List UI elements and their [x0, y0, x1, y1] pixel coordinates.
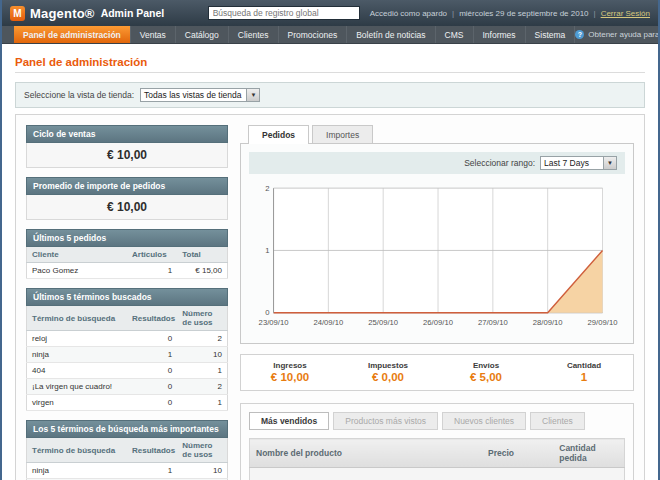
chart-tabs: Pedidos Importes — [240, 125, 634, 143]
page-content: Panel de administración Seleccione la vi… — [2, 44, 658, 480]
brand-name: Magento® — [30, 6, 95, 21]
last-search-terms-table: Término de búsquedaResultadosNúmero de u… — [26, 306, 228, 411]
title-divider — [15, 72, 645, 73]
products-table: Nombre del productoPrecioCantidad pedida… — [249, 438, 625, 480]
right-column: Pedidos Importes Seleccionar rango: Last… — [240, 125, 634, 480]
table-row: No se encontraron registros. — [250, 468, 625, 480]
panel-title: Los 5 términos de búsqueda más important… — [26, 420, 228, 438]
table-header-row: Término de búsquedaResultadosNúmero de u… — [27, 438, 228, 463]
table-row[interactable]: ¡La virgen que cuadro!02 — [27, 379, 228, 395]
column-header: Cantidad pedida — [553, 439, 624, 468]
orders-chart: 01223/09/1024/09/1025/09/1026/09/1027/09… — [249, 182, 625, 335]
stat-label: Impuestos — [339, 361, 437, 370]
table-cell: ¡La virgen que cuadro! — [27, 379, 128, 395]
store-view-select[interactable]: Todas las vistas de tienda ▼ — [140, 88, 260, 102]
global-search-input[interactable] — [208, 6, 360, 20]
chart-panel: Seleccionar rango: Last 7 Days ▼ 01223/0… — [240, 143, 634, 344]
nav-item-clientes[interactable]: Clientes — [229, 26, 279, 43]
table-row[interactable]: virgen01 — [27, 395, 228, 411]
table-row[interactable]: ninja110 — [27, 463, 228, 479]
table-row[interactable]: 40401 — [27, 363, 228, 379]
store-view-bar: Seleccione la vista de tienda: Todas las… — [15, 82, 645, 108]
range-select[interactable]: Last 7 Days ▼ — [540, 156, 617, 170]
nav-item-boletin[interactable]: Boletín de noticias — [347, 26, 435, 43]
stat-value: 1 — [535, 371, 633, 383]
table-row[interactable]: Paco Gomez1€ 15,00 — [27, 263, 228, 279]
table-cell: 0 — [127, 379, 177, 395]
svg-text:24/09/10: 24/09/10 — [313, 318, 343, 327]
chevron-down-icon: ▼ — [603, 157, 616, 169]
table-cell: 2 — [177, 379, 227, 395]
app-header: M Magento® Admin Panel Accedió como apar… — [2, 0, 658, 26]
left-column: Ciclo de ventas € 10,00 Promedio de impo… — [26, 125, 228, 480]
lifetime-sales-value: € 10,00 — [26, 143, 228, 168]
table-cell: 1 — [127, 263, 177, 279]
store-view-label: Seleccione la vista de tienda: — [24, 90, 134, 100]
separator: | — [594, 9, 596, 18]
average-orders-value: € 10,00 — [26, 195, 228, 220]
tab-pedidos[interactable]: Pedidos — [248, 125, 309, 144]
stat-cantidad: Cantidad 1 — [535, 361, 633, 383]
range-bar: Seleccionar rango: Last 7 Days ▼ — [249, 152, 625, 174]
table-header-row: Nombre del productoPrecioCantidad pedida — [250, 439, 625, 468]
chevron-down-icon: ▼ — [246, 89, 259, 101]
panel-title: Promedio de importe de pedidos — [26, 177, 228, 195]
table-cell: 0 — [127, 395, 177, 411]
nav-item-sistema[interactable]: Sistema — [526, 26, 576, 43]
product-name: Admin Panel — [101, 7, 165, 19]
tab-importes[interactable]: Importes — [312, 125, 373, 143]
table-cell: 404 — [27, 363, 128, 379]
stat-impuestos: Impuestos € 0,00 — [339, 361, 437, 383]
nav-item-cms[interactable]: CMS — [436, 26, 474, 43]
tab-mas-vendidos[interactable]: Más vendidos — [249, 412, 329, 430]
nav-item-catalogo[interactable]: Catálogo — [176, 26, 229, 43]
dashboard-container: Ciclo de ventas € 10,00 Promedio de impo… — [15, 114, 645, 480]
column-header: Resultados — [127, 438, 177, 463]
panel-title: Últimos 5 términos buscados — [26, 288, 228, 306]
column-header: Precio — [482, 439, 553, 468]
nav-item-ventas[interactable]: Ventas — [131, 26, 176, 43]
empty-message: No se encontraron registros. — [250, 468, 625, 480]
logout-link[interactable]: Cerrar Sesión — [601, 9, 650, 18]
table-cell: 1 — [177, 395, 227, 411]
stat-ingresos: Ingresos € 10,00 — [241, 361, 339, 383]
table-cell: 10 — [177, 347, 227, 363]
products-tabs: Más vendidos Productos más vistos Nuevos… — [249, 412, 625, 430]
help-link[interactable]: ? Obtener ayuda para esta página — [575, 26, 660, 43]
stat-value: € 0,00 — [339, 371, 437, 383]
tab-nuevos-clientes[interactable]: Nuevos clientes — [442, 412, 526, 430]
column-header: Número de usos — [177, 306, 227, 331]
table-cell: 1 — [127, 347, 177, 363]
table-cell: Paco Gomez — [27, 263, 128, 279]
table-row[interactable]: ninja110 — [27, 347, 228, 363]
table-cell: 10 — [177, 463, 227, 479]
magento-logo: M Magento® Admin Panel — [10, 6, 164, 21]
svg-text:25/09/10: 25/09/10 — [368, 318, 398, 327]
separator: | — [452, 9, 454, 18]
nav-item-informes[interactable]: Informes — [474, 26, 526, 43]
stat-value: € 5,00 — [437, 371, 535, 383]
range-label: Seleccionar rango: — [464, 158, 535, 168]
svg-text:27/09/10: 27/09/10 — [478, 318, 508, 327]
nav-item-promociones[interactable]: Promociones — [279, 26, 348, 43]
tab-clientes[interactable]: Clientes — [530, 412, 585, 430]
column-header: Resultados — [127, 306, 177, 331]
tab-productos-mas-vistos[interactable]: Productos más vistos — [333, 412, 438, 430]
stat-label: Ingresos — [241, 361, 339, 370]
stat-label: Envíos — [437, 361, 535, 370]
totals-bar: Ingresos € 10,00 Impuestos € 0,00 Envíos… — [240, 354, 634, 391]
table-row[interactable]: reloj02 — [27, 331, 228, 347]
nav-item-panel[interactable]: Panel de administración — [14, 26, 131, 43]
page-title: Panel de administración — [15, 56, 645, 68]
top-search-terms-panel: Los 5 términos de búsqueda más important… — [26, 420, 228, 480]
column-header: Nombre del producto — [250, 439, 483, 468]
column-header: Artículos — [127, 247, 177, 263]
table-header-row: Término de búsquedaResultadosNúmero de u… — [27, 306, 228, 331]
table-cell: € 15,00 — [177, 263, 227, 279]
panel-title: Ciclo de ventas — [26, 125, 228, 143]
column-header: Término de búsqueda — [27, 438, 128, 463]
help-label: Obtener ayuda para esta página — [588, 30, 660, 39]
range-selected: Last 7 Days — [541, 157, 603, 169]
table-cell: ninja — [27, 347, 128, 363]
header-meta: Accedió como apardo | miércoles 29 de se… — [370, 9, 650, 18]
